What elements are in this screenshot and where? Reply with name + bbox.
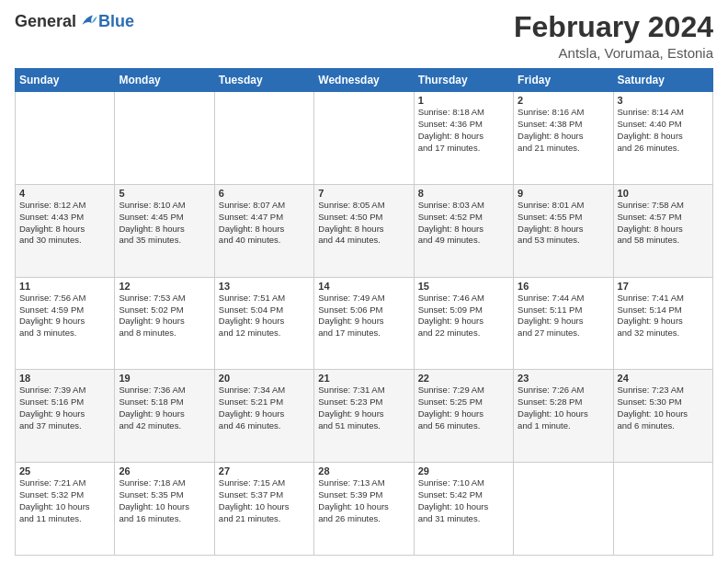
day-info: Sunrise: 7:53 AMSunset: 5:02 PMDaylight:… [119, 293, 210, 339]
day-number: 5 [119, 188, 210, 199]
day-info: Sunrise: 7:36 AMSunset: 5:18 PMDaylight:… [119, 385, 210, 431]
table-row [514, 463, 613, 556]
day-info: Sunrise: 7:44 AMSunset: 5:11 PMDaylight:… [518, 293, 609, 339]
day-info: Sunrise: 7:58 AMSunset: 4:57 PMDaylight:… [618, 200, 709, 247]
calendar-week-0: 1Sunrise: 8:18 AMSunset: 4:36 PMDaylight… [16, 92, 713, 185]
calendar-week-2: 11Sunrise: 7:56 AMSunset: 4:59 PMDayligh… [16, 277, 713, 370]
day-info: Sunrise: 7:18 AMSunset: 5:35 PMDaylight:… [119, 477, 210, 524]
day-number: 27 [219, 465, 310, 477]
table-row [16, 92, 115, 185]
day-info: Sunrise: 7:49 AMSunset: 5:06 PMDaylight:… [318, 293, 409, 339]
calendar-week-3: 18Sunrise: 7:39 AMSunset: 5:16 PMDayligh… [16, 370, 713, 463]
day-number: 12 [119, 281, 210, 292]
day-info: Sunrise: 8:05 AMSunset: 4:50 PMDaylight:… [318, 200, 409, 247]
day-info: Sunrise: 7:29 AMSunset: 5:25 PMDaylight:… [418, 385, 509, 431]
day-info: Sunrise: 7:41 AMSunset: 5:14 PMDaylight:… [618, 293, 709, 339]
day-info: Sunrise: 7:56 AMSunset: 4:59 PMDaylight:… [19, 293, 110, 339]
table-row: 14Sunrise: 7:49 AMSunset: 5:06 PMDayligh… [314, 277, 414, 370]
calendar-table: Sunday Monday Tuesday Wednesday Thursday… [15, 68, 713, 556]
day-number: 3 [618, 95, 709, 106]
table-row: 13Sunrise: 7:51 AMSunset: 5:04 PMDayligh… [214, 277, 313, 370]
table-row: 2Sunrise: 8:16 AMSunset: 4:38 PMDaylight… [514, 92, 613, 185]
day-number: 20 [219, 373, 310, 384]
day-info: Sunrise: 8:12 AMSunset: 4:43 PMDaylight:… [19, 200, 110, 247]
table-row: 7Sunrise: 8:05 AMSunset: 4:50 PMDaylight… [314, 184, 414, 277]
table-row: 22Sunrise: 7:29 AMSunset: 5:25 PMDayligh… [414, 370, 513, 463]
table-row: 19Sunrise: 7:36 AMSunset: 5:18 PMDayligh… [115, 370, 214, 463]
day-info: Sunrise: 8:10 AMSunset: 4:45 PMDaylight:… [119, 200, 210, 247]
logo-general: General [15, 12, 76, 31]
table-row: 16Sunrise: 7:44 AMSunset: 5:11 PMDayligh… [514, 277, 613, 370]
table-row: 24Sunrise: 7:23 AMSunset: 5:30 PMDayligh… [613, 370, 712, 463]
table-row: 29Sunrise: 7:10 AMSunset: 5:42 PMDayligh… [414, 463, 513, 556]
page: General Blue February 2024 Antsla, Vorum… [0, 0, 728, 563]
table-row: 1Sunrise: 8:18 AMSunset: 4:36 PMDaylight… [414, 92, 513, 185]
day-number: 29 [418, 465, 509, 477]
day-info: Sunrise: 7:13 AMSunset: 5:39 PMDaylight:… [318, 477, 409, 524]
header-tuesday: Tuesday [214, 69, 313, 92]
day-number: 9 [518, 188, 609, 199]
day-info: Sunrise: 8:01 AMSunset: 4:55 PMDaylight:… [518, 200, 609, 247]
day-info: Sunrise: 7:34 AMSunset: 5:21 PMDaylight:… [219, 385, 310, 431]
day-number: 18 [19, 373, 110, 384]
day-info: Sunrise: 7:31 AMSunset: 5:23 PMDaylight:… [318, 385, 409, 431]
day-number: 4 [19, 188, 110, 199]
table-row: 12Sunrise: 7:53 AMSunset: 5:02 PMDayligh… [115, 277, 214, 370]
table-row: 20Sunrise: 7:34 AMSunset: 5:21 PMDayligh… [214, 370, 313, 463]
day-number: 10 [618, 188, 709, 199]
day-number: 21 [318, 373, 409, 384]
table-row: 17Sunrise: 7:41 AMSunset: 5:14 PMDayligh… [613, 277, 712, 370]
day-info: Sunrise: 8:03 AMSunset: 4:52 PMDaylight:… [418, 200, 509, 247]
table-row: 11Sunrise: 7:56 AMSunset: 4:59 PMDayligh… [16, 277, 115, 370]
header-thursday: Thursday [414, 69, 513, 92]
day-number: 2 [518, 95, 609, 106]
table-row: 6Sunrise: 8:07 AMSunset: 4:47 PMDaylight… [214, 184, 313, 277]
day-info: Sunrise: 8:14 AMSunset: 4:40 PMDaylight:… [618, 107, 709, 154]
day-number: 19 [119, 373, 210, 384]
header-friday: Friday [514, 69, 613, 92]
table-row [613, 463, 712, 556]
day-number: 28 [318, 465, 409, 477]
day-info: Sunrise: 7:39 AMSunset: 5:16 PMDaylight:… [19, 385, 110, 431]
day-number: 16 [518, 281, 609, 292]
day-info: Sunrise: 8:18 AMSunset: 4:36 PMDaylight:… [418, 107, 509, 154]
day-number: 13 [219, 281, 310, 292]
header-sunday: Sunday [16, 69, 115, 92]
header-monday: Monday [115, 69, 214, 92]
table-row: 4Sunrise: 8:12 AMSunset: 4:43 PMDaylight… [16, 184, 115, 277]
table-row [214, 92, 313, 185]
day-info: Sunrise: 8:16 AMSunset: 4:38 PMDaylight:… [518, 107, 609, 154]
table-row: 23Sunrise: 7:26 AMSunset: 5:28 PMDayligh… [514, 370, 613, 463]
header-wednesday: Wednesday [314, 69, 414, 92]
day-info: Sunrise: 7:10 AMSunset: 5:42 PMDaylight:… [418, 477, 509, 524]
day-number: 1 [418, 95, 509, 106]
table-row: 5Sunrise: 8:10 AMSunset: 4:45 PMDaylight… [115, 184, 214, 277]
day-number: 23 [518, 373, 609, 384]
table-row: 28Sunrise: 7:13 AMSunset: 5:39 PMDayligh… [314, 463, 414, 556]
day-info: Sunrise: 7:26 AMSunset: 5:28 PMDaylight:… [518, 385, 609, 431]
day-info: Sunrise: 7:51 AMSunset: 5:04 PMDaylight:… [219, 293, 310, 339]
table-row: 27Sunrise: 7:15 AMSunset: 5:37 PMDayligh… [214, 463, 313, 556]
day-info: Sunrise: 7:21 AMSunset: 5:32 PMDaylight:… [19, 477, 110, 524]
calendar-week-1: 4Sunrise: 8:12 AMSunset: 4:43 PMDaylight… [16, 184, 713, 277]
location: Antsla, Vorumaa, Estonia [514, 45, 713, 61]
day-info: Sunrise: 8:07 AMSunset: 4:47 PMDaylight:… [219, 200, 310, 247]
table-row: 21Sunrise: 7:31 AMSunset: 5:23 PMDayligh… [314, 370, 414, 463]
month-title: February 2024 [514, 11, 713, 43]
title-area: February 2024 Antsla, Vorumaa, Estonia [514, 11, 713, 61]
table-row: 10Sunrise: 7:58 AMSunset: 4:57 PMDayligh… [613, 184, 712, 277]
day-number: 7 [318, 188, 409, 199]
day-number: 26 [119, 465, 210, 477]
day-number: 11 [19, 281, 110, 292]
day-number: 15 [418, 281, 509, 292]
table-row: 18Sunrise: 7:39 AMSunset: 5:16 PMDayligh… [16, 370, 115, 463]
logo: General Blue [15, 11, 134, 31]
day-number: 14 [318, 281, 409, 292]
table-row [314, 92, 414, 185]
day-number: 17 [618, 281, 709, 292]
logo-blue: Blue [98, 12, 134, 31]
table-row: 3Sunrise: 8:14 AMSunset: 4:40 PMDaylight… [613, 92, 712, 185]
calendar-header-row: Sunday Monday Tuesday Wednesday Thursday… [16, 69, 713, 92]
day-number: 22 [418, 373, 509, 384]
table-row: 25Sunrise: 7:21 AMSunset: 5:32 PMDayligh… [16, 463, 115, 556]
